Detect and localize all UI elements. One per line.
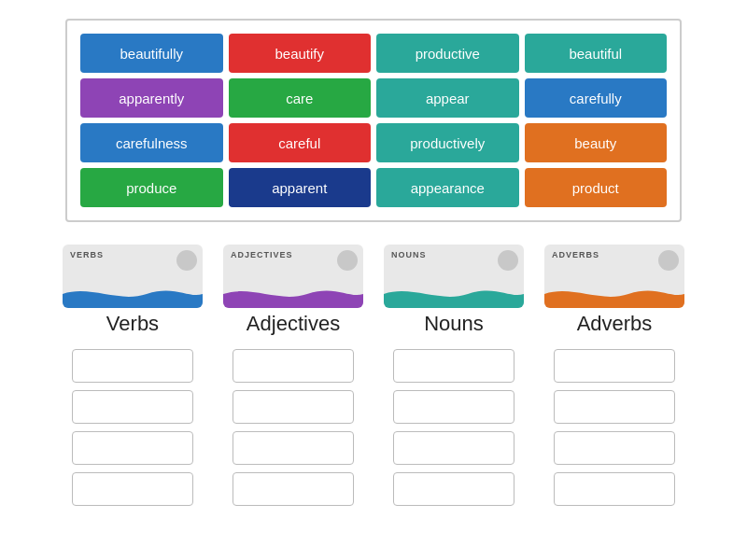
tile-produce[interactable]: produce [80,168,223,207]
drop-box-nouns-1[interactable] [393,390,514,424]
drop-box-verbs-2[interactable] [72,431,193,465]
tiles-container: beautifullybeautifyproductivebeautifulap… [65,19,682,222]
tile-carefulness[interactable]: carefulness [80,123,223,162]
dropzone-col-adjectives [223,349,363,506]
drop-box-adverbs-3[interactable] [554,472,675,506]
drop-box-verbs-1[interactable] [72,390,193,424]
category-title-adjectives: Adjectives [247,312,340,336]
category-img-nouns: NOUNS [384,245,524,308]
circle-deco-adjectives [337,250,358,271]
category-nouns: NOUNS Nouns [384,245,524,343]
tile-beautify[interactable]: beautify [229,34,372,73]
category-verbs: VERBS Verbs [63,245,203,343]
tile-productive[interactable]: productive [376,34,519,73]
circle-deco-nouns [498,250,518,271]
category-adjectives: ADJECTIVES Adjectives [223,245,363,343]
tile-beautiful[interactable]: beautiful [525,34,668,73]
category-label-nouns: NOUNS [391,250,427,259]
dropzone-col-adverbs [544,349,684,506]
drop-box-verbs-0[interactable] [72,349,193,383]
circle-deco-verbs [176,250,197,271]
wave-nouns [384,280,524,308]
tile-beautifully[interactable]: beautifully [80,34,223,73]
category-adverbs: ADVERBS Adverbs [544,245,684,343]
category-title-verbs: Verbs [106,312,159,336]
drop-box-adverbs-0[interactable] [554,349,675,383]
category-label-adverbs: ADVERBS [552,250,599,259]
drop-box-adverbs-1[interactable] [554,390,675,424]
dropzone-col-nouns [384,349,524,506]
tile-appearance[interactable]: appearance [376,168,519,207]
category-title-adverbs: Adverbs [577,312,653,336]
drop-box-adjectives-0[interactable] [233,349,354,383]
tile-product[interactable]: product [525,168,668,207]
categories-row: VERBS Verbs ADJECTIVES Adjectives NOUNS [56,245,691,343]
tile-care[interactable]: care [229,78,372,118]
category-label-verbs: VERBS [70,250,104,259]
tile-productively[interactable]: productively [376,123,519,162]
drop-box-nouns-3[interactable] [393,472,514,506]
tile-careful[interactable]: careful [229,123,372,162]
tile-beauty[interactable]: beauty [525,123,668,162]
category-img-verbs: VERBS [63,245,203,308]
tile-apparently[interactable]: apparently [80,78,223,118]
drop-box-verbs-3[interactable] [72,472,193,506]
category-title-nouns: Nouns [424,312,484,336]
drop-box-adverbs-2[interactable] [554,431,675,465]
tile-carefully[interactable]: carefully [525,78,668,118]
drop-box-adjectives-1[interactable] [233,390,354,424]
tile-appear[interactable]: appear [376,78,519,118]
dropzone-col-verbs [63,349,203,506]
category-img-adjectives: ADJECTIVES [223,245,363,308]
wave-verbs [63,280,203,308]
tile-apparent[interactable]: apparent [229,168,372,207]
circle-deco-adverbs [658,250,679,271]
drop-box-nouns-2[interactable] [393,431,514,465]
tiles-grid: beautifullybeautifyproductivebeautifulap… [65,19,682,222]
drop-box-nouns-0[interactable] [393,349,514,383]
drop-box-adjectives-3[interactable] [233,472,354,506]
wave-adjectives [223,280,363,308]
wave-adverbs [544,280,684,308]
dropzone-section [56,349,691,506]
category-label-adjectives: ADJECTIVES [231,250,293,259]
category-img-adverbs: ADVERBS [544,245,684,308]
drop-box-adjectives-2[interactable] [233,431,354,465]
